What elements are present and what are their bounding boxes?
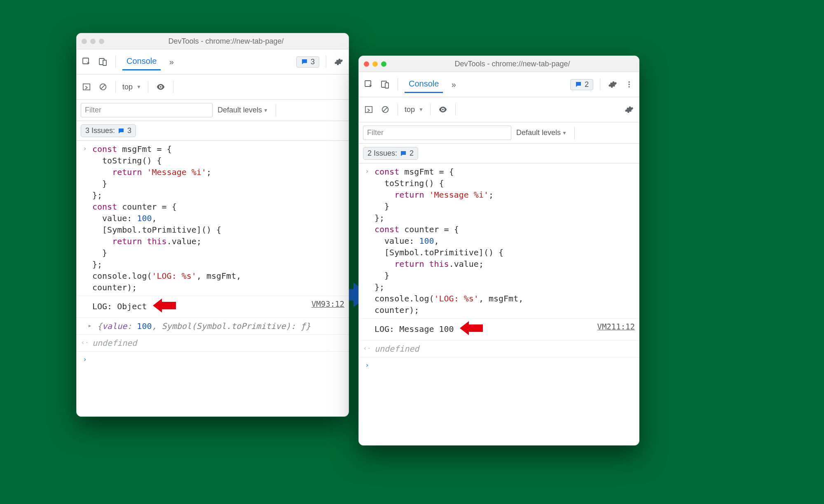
live-expression-icon[interactable] <box>437 104 449 115</box>
traffic-lights[interactable] <box>364 61 386 67</box>
context-label: top <box>405 105 415 114</box>
issues-row: 2 Issues: 2 <box>359 144 639 163</box>
separator <box>600 78 600 91</box>
console-log-area: › const msgFmt = { toString() { return '… <box>77 141 349 366</box>
chevron-down-icon: ▼ <box>562 130 567 136</box>
devtools-window-after: DevTools - chrome://new-tab-page/ Consol… <box>358 56 639 446</box>
separator <box>173 81 173 93</box>
context-label: top <box>122 83 133 91</box>
log-levels-selector[interactable]: Default levels ▼ <box>516 128 567 137</box>
code-block[interactable]: const msgFmt = { toString() { return 'Me… <box>92 143 344 293</box>
log-output[interactable]: LOG: Message 100 <box>375 321 594 338</box>
chat-bubble-icon <box>117 127 125 135</box>
console-log-area: › const msgFmt = { toString() { return '… <box>359 163 639 372</box>
log-text: LOG: Object <box>92 301 147 311</box>
console-context-bar: top ▼ <box>359 97 639 122</box>
levels-label: Default levels <box>516 128 561 137</box>
console-input-row: › const msgFmt = { toString() { return '… <box>77 141 349 296</box>
source-link[interactable]: VM93:12 <box>311 299 344 310</box>
context-selector[interactable]: top ▼ <box>122 83 141 91</box>
close-dot-icon[interactable] <box>364 61 369 67</box>
separator <box>398 103 398 116</box>
tab-console[interactable]: Console <box>122 53 161 70</box>
console-context-bar: top ▼ <box>77 75 349 100</box>
issues-label: 2 Issues: <box>368 149 397 158</box>
prompt-chevron-icon: › <box>81 354 89 364</box>
prompt-chevron-icon: › <box>363 360 371 370</box>
devtools-window-before: DevTools - chrome://new-tab-page/ Consol… <box>76 33 349 417</box>
filter-row: Filter Default levels ▼ <box>77 100 349 121</box>
console-object-expand-row[interactable]: ▸ {value: 100, Symbol(Symbol.toPrimitive… <box>77 318 349 335</box>
separator <box>455 103 456 116</box>
return-arrow-icon: ‹· <box>363 343 371 353</box>
console-return-row: ‹· undefined <box>77 335 349 352</box>
separator <box>276 104 276 117</box>
context-selector[interactable]: top ▼ <box>405 105 424 114</box>
issues-badge[interactable]: 2 <box>570 79 593 90</box>
separator <box>115 56 116 68</box>
toggle-drawer-icon[interactable] <box>81 81 92 93</box>
settings-icon[interactable] <box>623 104 635 115</box>
prompt-chevron-icon: › <box>363 166 371 176</box>
clear-console-icon[interactable] <box>97 81 109 93</box>
chevron-down-icon: ▼ <box>136 84 141 90</box>
chat-bubble-icon <box>400 150 407 157</box>
device-toolbar-icon[interactable] <box>97 56 109 68</box>
separator <box>574 127 575 139</box>
zoom-dot-icon[interactable] <box>381 61 386 67</box>
prompt-chevron-icon: › <box>81 143 89 153</box>
console-prompt-row[interactable]: › <box>359 357 639 372</box>
inspect-element-icon[interactable] <box>363 79 375 90</box>
more-tabs-icon[interactable]: » <box>448 79 459 90</box>
clear-console-icon[interactable] <box>379 104 391 115</box>
log-output[interactable]: LOG: Object <box>92 299 308 315</box>
close-dot-icon[interactable] <box>82 39 87 44</box>
separator <box>326 56 326 68</box>
live-expression-icon[interactable] <box>155 81 166 93</box>
filter-row: Filter Default levels ▼ <box>359 122 639 144</box>
console-input-row: › const msgFmt = { toString() { return '… <box>359 163 639 319</box>
chat-bubble-icon <box>575 81 582 88</box>
titlebar: DevTools - chrome://new-tab-page/ <box>77 33 349 49</box>
svg-point-13 <box>628 84 630 85</box>
issues-badge-count: 2 <box>585 80 589 89</box>
svg-point-7 <box>160 86 162 88</box>
minimize-dot-icon[interactable] <box>90 39 96 44</box>
source-link[interactable]: VM211:12 <box>597 321 635 332</box>
settings-icon[interactable] <box>607 79 618 90</box>
highlight-arrow-icon <box>153 299 176 313</box>
svg-point-18 <box>442 109 444 110</box>
console-prompt-row[interactable]: › <box>77 352 349 366</box>
zoom-dot-icon[interactable] <box>99 39 104 44</box>
object-preview: {value: 100, Symbol(Symbol.toPrimitive):… <box>97 320 344 332</box>
kebab-menu-icon[interactable] <box>623 79 635 90</box>
settings-icon[interactable] <box>333 56 344 68</box>
device-toolbar-icon[interactable] <box>379 79 391 90</box>
more-tabs-icon[interactable]: » <box>166 56 177 68</box>
issues-pill[interactable]: 2 Issues: 2 <box>363 147 418 160</box>
svg-point-12 <box>628 82 630 83</box>
log-text: LOG: Message 100 <box>375 324 454 334</box>
separator <box>430 103 431 116</box>
expand-triangle-icon[interactable]: ▸ <box>81 320 94 330</box>
issues-pill[interactable]: 3 Issues: 3 <box>81 124 136 137</box>
toggle-drawer-icon[interactable] <box>363 104 375 115</box>
issues-badge[interactable]: 3 <box>296 56 319 68</box>
log-levels-selector[interactable]: Default levels ▼ <box>218 106 268 114</box>
issues-count: 2 <box>410 149 414 158</box>
issues-label: 3 Issues: <box>85 126 115 135</box>
chevron-down-icon: ▼ <box>263 107 268 113</box>
filter-input[interactable]: Filter <box>363 126 511 140</box>
traffic-lights[interactable] <box>82 39 104 44</box>
main-toolbar: Console » 2 <box>359 72 639 97</box>
svg-line-17 <box>383 107 387 111</box>
code-block[interactable]: const msgFmt = { toString() { return 'Me… <box>375 166 635 316</box>
inspect-element-icon[interactable] <box>81 56 92 68</box>
minimize-dot-icon[interactable] <box>372 61 378 67</box>
tab-console[interactable]: Console <box>405 76 443 93</box>
chevron-down-icon: ▼ <box>419 107 424 112</box>
svg-point-14 <box>628 86 630 87</box>
filter-input[interactable]: Filter <box>81 103 213 117</box>
separator <box>398 78 398 91</box>
window-title: DevTools - chrome://new-tab-page/ <box>391 60 634 68</box>
